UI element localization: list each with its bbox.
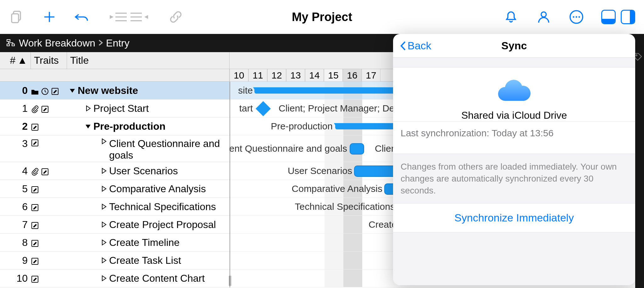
sync-note: Changes from others are loaded immediate… (393, 154, 635, 203)
toolbar: My Project (0, 0, 644, 34)
svg-point-32 (636, 55, 637, 56)
disclosure-toggle[interactable] (98, 167, 109, 174)
outline-row[interactable]: 9Create Task List (0, 252, 230, 269)
disclosure-toggle[interactable] (83, 123, 93, 130)
disclosure-toggle[interactable] (98, 221, 109, 228)
svg-point-12 (573, 16, 575, 18)
undo-icon[interactable] (74, 9, 90, 25)
bottom-panel-toggle[interactable] (601, 10, 616, 24)
task-bar[interactable] (350, 143, 364, 155)
indent-outdent-icon[interactable] (107, 9, 151, 25)
disclosure-toggle[interactable] (98, 203, 109, 210)
row-number: 4 (0, 165, 31, 177)
col-number[interactable]: # ▲ (0, 52, 31, 69)
disclosure-toggle[interactable] (83, 105, 93, 112)
edit-icon (31, 238, 39, 247)
row-traits (31, 203, 67, 211)
col-traits[interactable]: Traits (31, 52, 67, 69)
col-title[interactable]: Title (67, 52, 230, 69)
svg-point-14 (579, 16, 580, 18)
row-title: Comparative Analysis (109, 183, 226, 195)
outline-row[interactable]: 1Project Start (0, 100, 230, 117)
outline-row[interactable]: 8Create Timeline (0, 234, 230, 252)
breakdown-icon (6, 38, 16, 48)
svg-rect-17 (12, 44, 14, 46)
user-icon[interactable] (536, 9, 552, 25)
outline: 0New website1Project Start2Pre-productio… (0, 82, 230, 287)
gantt-label: site (238, 85, 253, 96)
row-number: 6 (0, 201, 31, 213)
clip-icon (31, 104, 39, 112)
day-header-cell[interactable]: 16 (343, 69, 362, 82)
row-number: 5 (0, 183, 31, 195)
disclosure-toggle[interactable] (98, 239, 109, 246)
row-number: 0 (0, 85, 31, 96)
more-icon[interactable] (569, 9, 584, 25)
row-traits (31, 274, 67, 282)
day-header-cell[interactable]: 13 (286, 69, 305, 82)
row-title: Client Questionnaire and goals (109, 138, 226, 161)
outline-row[interactable]: 4User Scenarios (0, 162, 230, 180)
task-bar[interactable] (354, 166, 396, 177)
day-header-cell[interactable]: 17 (362, 69, 380, 82)
outline-row[interactable]: 3Client Questionnaire and goals (0, 135, 230, 162)
outline-row[interactable]: 10Create Content Chart (0, 269, 230, 287)
edit-icon (31, 274, 39, 282)
milestone[interactable] (256, 101, 271, 116)
disclosure-toggle[interactable] (98, 138, 109, 145)
back-button[interactable]: Back (399, 40, 431, 52)
row-title: Create Content Chart (109, 273, 226, 284)
day-header-cell[interactable]: 10 (230, 69, 248, 82)
right-edge (635, 34, 644, 288)
row-traits (31, 122, 67, 130)
row-title: Create Timeline (109, 237, 226, 248)
right-panel-toggle[interactable] (621, 10, 635, 24)
row-traits (31, 104, 67, 112)
outline-row[interactable]: 6Technical Specifications (0, 198, 230, 216)
add-icon[interactable] (42, 9, 57, 25)
outline-row[interactable]: 5Comparative Analysis (0, 180, 230, 198)
breadcrumb-leaf[interactable]: Entry (106, 37, 130, 49)
disclosure-toggle[interactable] (98, 275, 109, 282)
row-traits (31, 220, 67, 229)
disclosure-toggle[interactable] (98, 185, 109, 192)
day-header-cell[interactable]: 11 (248, 69, 267, 82)
edit-icon (31, 220, 39, 229)
row-number: 1 (0, 103, 31, 114)
outline-row[interactable]: 0New website (0, 82, 230, 100)
disclosure-toggle[interactable] (98, 257, 109, 264)
documents-icon[interactable] (9, 9, 25, 25)
link-icon[interactable] (168, 9, 184, 25)
gantt-label: Comparative Analysis (292, 183, 382, 194)
clock-icon (41, 86, 49, 95)
row-title: Create Task List (109, 255, 226, 266)
edit-icon (51, 86, 59, 95)
gantt-label: Technical Specifications (295, 201, 395, 212)
row-title: Project Start (93, 103, 226, 114)
row-number: 7 (0, 219, 31, 231)
bell-icon[interactable] (503, 9, 519, 25)
breadcrumb-root[interactable]: Work Breakdown (19, 37, 95, 49)
row-number: 3 (0, 138, 31, 149)
outline-row[interactable]: 7Create Project Proposal (0, 216, 230, 234)
sync-popover: Back Sync Shared via iCloud Drive Last s… (393, 34, 635, 285)
row-traits (31, 238, 67, 247)
shared-label: Shared via iCloud Drive (393, 110, 635, 121)
day-header-cell[interactable]: 12 (267, 69, 286, 82)
popover-header: Back Sync (393, 34, 635, 58)
gantt-label: User Scenarios (288, 166, 352, 176)
gantt-label: ent Questionnaire and goals (229, 143, 347, 154)
row-number: 8 (0, 237, 31, 248)
day-header-cell[interactable]: 15 (324, 69, 343, 82)
icloud-section: Shared via iCloud Drive Last synchroniza… (393, 67, 635, 154)
splitter-handle[interactable] (229, 274, 232, 287)
row-title: New website (78, 85, 226, 96)
gantt-label: tart (239, 103, 253, 114)
disclosure-toggle[interactable] (67, 87, 78, 94)
sync-now-button[interactable]: Synchronize Immediately (393, 203, 635, 232)
edit-icon (31, 122, 39, 130)
row-traits (31, 185, 67, 193)
day-header-cell[interactable]: 14 (305, 69, 324, 82)
row-traits (31, 86, 67, 95)
outline-row[interactable]: 2Pre-production (0, 117, 230, 135)
